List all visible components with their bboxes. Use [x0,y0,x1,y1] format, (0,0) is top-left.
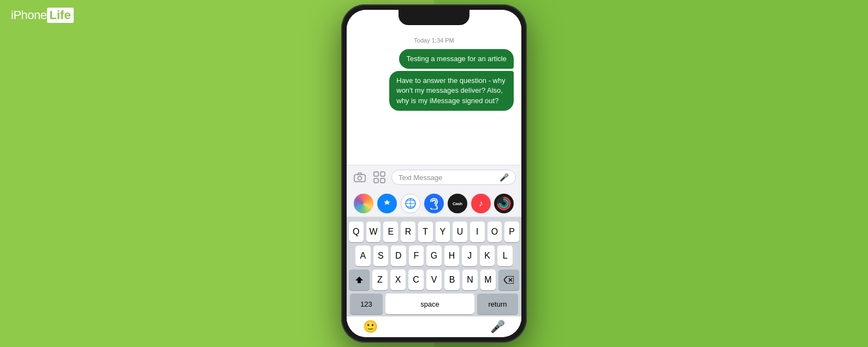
key-a[interactable]: A [355,246,371,266]
key-n[interactable]: N [462,270,478,290]
apple-music-icon[interactable]: ♪ [471,194,491,213]
iphone-life-logo: iPhone Life [11,8,74,23]
key-y[interactable]: Y [436,222,450,242]
key-p[interactable]: P [504,222,519,242]
key-w[interactable]: W [366,222,381,242]
key-x[interactable]: X [390,270,406,290]
shift-key[interactable] [349,270,370,290]
key-s[interactable]: S [373,246,389,266]
key-g[interactable]: G [426,246,442,266]
message-bubble-2: Have to answer the question - why won't … [389,71,514,111]
logo-iphone-text: iPhone [11,8,47,22]
key-f[interactable]: F [409,246,424,266]
apps-icon[interactable] [372,170,387,185]
key-r[interactable]: R [401,222,415,242]
key-j[interactable]: J [462,246,477,266]
svg-rect-2 [374,172,378,176]
key-b[interactable]: B [444,270,460,290]
return-key[interactable]: return [477,294,518,314]
key-k[interactable]: K [480,246,495,266]
backspace-key[interactable] [498,270,519,290]
key-z[interactable]: Z [372,270,388,290]
safari-app-icon[interactable] [401,194,420,213]
message-timestamp: Today 1:34 PM [414,37,454,44]
key-c[interactable]: C [408,270,424,290]
home-bar-area: 🙂 🎤 [347,316,521,337]
key-l[interactable]: L [497,246,513,266]
photos-app-icon[interactable] [354,194,373,213]
svg-point-1 [358,176,362,180]
message-bubble-1: Testing a message for an article [399,49,514,69]
fitness-app-icon[interactable] [494,194,514,213]
keyboard-row-1: Q W E R T Y U I O P [349,222,519,242]
keyboard-row-2: A S D F G H J K L [349,246,519,266]
key-u[interactable]: U [453,222,467,242]
keyboard-bottom-row: 123 space return [349,294,519,314]
key-v[interactable]: V [426,270,442,290]
input-placeholder: Text Message [399,174,442,182]
svg-rect-3 [381,172,385,176]
phone-frame: Today 1:34 PM Testing a message for an a… [341,4,527,343]
key-m[interactable]: M [480,270,496,290]
key-t[interactable]: T [418,222,433,242]
phone-mockup: Today 1:34 PM Testing a message for an a… [341,4,527,343]
svg-rect-4 [374,178,378,183]
shazam-app-icon[interactable] [424,194,444,213]
key-e[interactable]: E [383,222,398,242]
space-key[interactable]: space [385,294,474,314]
keyboard: Q W E R T Y U I O P A S D F G [347,217,521,316]
svg-rect-0 [354,175,365,182]
camera-icon[interactable] [352,170,367,185]
messages-list: Testing a message for an article Have to… [354,49,514,111]
app-icons-row: Cash ♪ [347,189,521,217]
mic-icon-bottom[interactable]: 🎤 [490,320,505,334]
key-q[interactable]: Q [349,222,364,242]
phone-screen: Today 1:34 PM Testing a message for an a… [347,10,521,337]
key-i[interactable]: I [470,222,485,242]
numbers-key[interactable]: 123 [350,294,383,314]
phone-notch [399,10,469,25]
key-h[interactable]: H [444,246,460,266]
message-text-input[interactable]: Text Message 🎤 [391,170,516,185]
emoji-icon[interactable]: 🙂 [363,320,378,334]
key-o[interactable]: O [487,222,502,242]
messages-area: Today 1:34 PM Testing a message for an a… [347,10,521,165]
key-d[interactable]: D [391,246,406,266]
appstore-app-icon[interactable] [377,194,397,213]
message-input-bar: Text Message 🎤 [347,165,521,189]
mic-icon-input: 🎤 [500,173,509,182]
keyboard-row-3: Z X C V B N M [349,270,519,290]
apple-cash-icon[interactable]: Cash [448,194,467,213]
logo-life-text: Life [47,8,74,23]
svg-rect-5 [381,178,385,183]
